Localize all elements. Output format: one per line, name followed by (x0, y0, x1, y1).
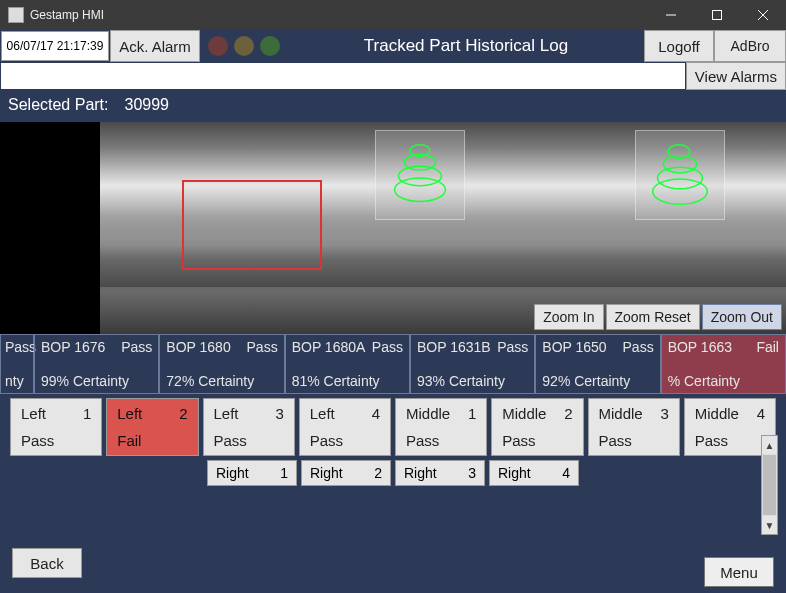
position-card-small[interactable]: Right4 (489, 460, 579, 486)
minimize-button[interactable] (648, 0, 694, 30)
scroll-up-icon[interactable]: ▲ (762, 436, 777, 454)
position-cards-row-2: Right1Right2Right3Right4 (0, 456, 786, 486)
position-result: Pass (406, 432, 476, 449)
position-result: Pass (695, 432, 765, 449)
position-index: 1 (468, 405, 476, 422)
bop-cell[interactable]: BOP 1663Fail% Certainty (661, 334, 786, 394)
menu-button[interactable]: Menu (704, 557, 774, 587)
scroll-down-icon[interactable]: ▼ (762, 516, 777, 534)
logoff-button[interactable]: Logoff (644, 30, 714, 62)
svg-point-5 (398, 166, 441, 186)
bop-result: Pass (497, 339, 528, 355)
image-viewer[interactable]: Zoom In Zoom Reset Zoom Out (0, 122, 786, 334)
bop-name: BOP 1663 (668, 339, 732, 355)
position-card-small[interactable]: Right2 (301, 460, 391, 486)
position-result: Fail (117, 432, 187, 449)
zoom-in-button[interactable]: Zoom In (534, 304, 603, 330)
led-green-icon (260, 36, 280, 56)
bop-name: BOP 1680 (166, 339, 230, 355)
position-index: 4 (757, 405, 765, 422)
zoom-reset-button[interactable]: Zoom Reset (606, 304, 700, 330)
page-title: Tracked Part Historical Log (288, 30, 644, 62)
app-icon (8, 7, 24, 23)
detection-box-1 (375, 130, 465, 220)
bop-name: BOP 1676 (41, 339, 105, 355)
position-result: Pass (214, 432, 284, 449)
position-index: 4 (562, 465, 570, 481)
position-name: Left (310, 405, 335, 422)
window-title: Gestamp HMI (30, 8, 648, 22)
maximize-button[interactable] (694, 0, 740, 30)
bop-certainty: 92% Certainty (542, 373, 653, 389)
svg-point-11 (668, 145, 690, 159)
svg-point-9 (658, 167, 703, 189)
bop-name: BOP 1680A (292, 339, 366, 355)
position-index: 3 (275, 405, 283, 422)
selected-part-label: Selected Part: (8, 96, 109, 114)
bop-certainty: % Certainty (668, 373, 779, 389)
vertical-scrollbar[interactable]: ▲ ▼ (761, 435, 778, 535)
scroll-thumb[interactable] (763, 455, 776, 515)
selected-part-value: 30999 (125, 96, 170, 114)
status-leds (200, 30, 288, 62)
position-card[interactable]: Left2Fail (106, 398, 198, 456)
position-name: Right (498, 465, 531, 481)
bop-cell[interactable]: BOP 1631BPass93% Certainty (410, 334, 535, 394)
position-name: Left (117, 405, 142, 422)
user-button[interactable]: AdBro (714, 30, 786, 62)
position-index: 2 (564, 405, 572, 422)
bop-cell[interactable]: BOP 1680Pass72% Certainty (159, 334, 284, 394)
position-result: Pass (599, 432, 669, 449)
led-yellow-icon (234, 36, 254, 56)
position-index: 1 (83, 405, 91, 422)
position-card[interactable]: Left4Pass (299, 398, 391, 456)
position-card[interactable]: Left3Pass (203, 398, 295, 456)
bop-cell[interactable]: BOP 1676Pass99% Certainty (34, 334, 159, 394)
bop-strip: Pass nty BOP 1676Pass99% CertaintyBOP 16… (0, 334, 786, 394)
zoom-out-button[interactable]: Zoom Out (702, 304, 782, 330)
position-name: Middle (406, 405, 450, 422)
bop-result: Pass (372, 339, 403, 355)
bop-cell[interactable]: BOP 1650Pass92% Certainty (535, 334, 660, 394)
bop-cell[interactable]: BOP 1680APass81% Certainty (285, 334, 410, 394)
bop-result: Pass (247, 339, 278, 355)
position-card[interactable]: Middle2Pass (491, 398, 583, 456)
selected-part-row: Selected Part: 30999 (0, 90, 786, 122)
back-button[interactable]: Back (12, 548, 82, 578)
position-name: Middle (599, 405, 643, 422)
position-index: 3 (660, 405, 668, 422)
bop-name: BOP 1650 (542, 339, 606, 355)
bop-name: BOP 1631B (417, 339, 491, 355)
bop-fragment-certainty: nty (5, 373, 29, 389)
position-name: Right (216, 465, 249, 481)
window-titlebar: Gestamp HMI (0, 0, 786, 30)
position-card-small[interactable]: Right3 (395, 460, 485, 486)
bop-fragment-left[interactable]: Pass nty (0, 334, 34, 394)
position-name: Right (310, 465, 343, 481)
position-index: 4 (372, 405, 380, 422)
position-card[interactable]: Left1Pass (10, 398, 102, 456)
position-index: 2 (179, 405, 187, 422)
position-card[interactable]: Middle1Pass (395, 398, 487, 456)
position-index: 2 (374, 465, 382, 481)
fail-region-box (182, 180, 322, 270)
bop-certainty: 81% Certainty (292, 373, 403, 389)
position-index: 1 (280, 465, 288, 481)
bop-certainty: 99% Certainty (41, 373, 152, 389)
ack-alarm-button[interactable]: Ack. Alarm (110, 30, 200, 62)
bop-certainty: 93% Certainty (417, 373, 528, 389)
position-index: 3 (468, 465, 476, 481)
datetime-field[interactable]: 06/07/17 21:17:39 (1, 31, 109, 61)
bop-result: Pass (121, 339, 152, 355)
view-alarms-button[interactable]: View Alarms (686, 62, 786, 90)
position-card-small[interactable]: Right1 (207, 460, 297, 486)
position-result: Pass (310, 432, 380, 449)
position-card[interactable]: Middle3Pass (588, 398, 680, 456)
bop-fragment-result: Pass (5, 339, 29, 355)
position-name: Right (404, 465, 437, 481)
close-button[interactable] (740, 0, 786, 30)
svg-rect-1 (713, 11, 722, 20)
bop-result: Pass (623, 339, 654, 355)
position-name: Left (21, 405, 46, 422)
position-result: Pass (21, 432, 91, 449)
